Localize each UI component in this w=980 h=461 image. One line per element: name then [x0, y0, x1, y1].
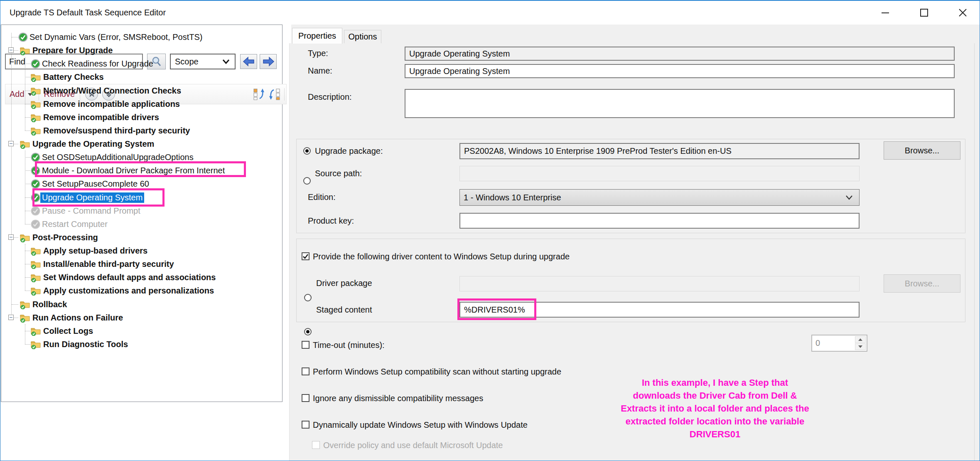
tree-item-label: Run Diagnostic Tools	[42, 339, 130, 350]
upgrade-package-label: Upgrade package:	[315, 146, 383, 156]
tree-connector	[12, 304, 18, 305]
tree-connector	[25, 64, 30, 64]
tree-connector	[25, 211, 30, 211]
find-next-button[interactable]	[260, 54, 277, 69]
tree-connector	[25, 117, 30, 118]
spin-down-icon[interactable]	[855, 343, 866, 350]
spin-up-icon[interactable]	[855, 336, 866, 343]
tree-item[interactable]: Post-Processing	[20, 231, 100, 244]
add-button-label: Add	[10, 89, 25, 99]
expand-reorder-button[interactable]	[268, 88, 281, 101]
edition-dropdown[interactable]: 1 - Windows 10 Enterprise	[459, 189, 860, 206]
tree-item[interactable]: Network/Wired Connection Checks	[31, 84, 183, 97]
tree-connector	[25, 197, 30, 198]
tree-item[interactable]: Install/enable third-party security	[31, 257, 176, 271]
upgrade-package-radio[interactable]	[303, 147, 311, 155]
tree-connector	[25, 131, 30, 131]
tree-item[interactable]: Run Diagnostic Tools	[31, 338, 130, 351]
source-path-field	[459, 166, 860, 181]
scope-dropdown[interactable]: Scope	[170, 54, 236, 69]
provide-driver-checkbox[interactable]	[302, 252, 309, 260]
expander-icon[interactable]	[8, 47, 14, 53]
tree-item-label: Apply customizations and personalization…	[42, 286, 216, 296]
browse-package-button[interactable]: Browse...	[884, 141, 960, 160]
tree-connector	[25, 170, 30, 171]
folder-icon	[20, 46, 31, 55]
close-button[interactable]	[949, 1, 976, 25]
tree-item[interactable]: Remove incompatible applications	[31, 97, 182, 111]
tree-item-label: Remove/suspend third-party security	[42, 126, 192, 136]
step-highlight-box	[32, 188, 165, 207]
tree-connector	[25, 57, 25, 131]
annotation-text: In this example, I have a Step thatdownl…	[599, 376, 831, 441]
expander-icon[interactable]	[8, 141, 14, 146]
tree-item[interactable]: Apply setup-based drivers	[31, 244, 149, 257]
folder-icon	[31, 326, 42, 336]
option-checkbox-label: Dynamically update Windows Setup with Wi…	[313, 420, 528, 430]
tree-item[interactable]: Collect Logs	[31, 324, 95, 338]
driver-package-field	[459, 276, 860, 291]
tree-connector	[25, 264, 30, 264]
toolbar-separator	[284, 88, 285, 101]
tree-item-label: Collect Logs	[42, 326, 95, 336]
browse-driver-button: Browse...	[884, 274, 960, 293]
driver-package-radio[interactable]	[304, 294, 312, 301]
tab-properties[interactable]: Properties	[292, 28, 342, 44]
tree-item[interactable]: Rollback	[20, 298, 69, 311]
scope-value: Scope	[171, 57, 220, 67]
tree-item[interactable]: Set Windows default apps and association…	[31, 271, 217, 284]
upgrade-package-field: PS2002A8, Windows 10 Enterprise 1909 Pre…	[459, 143, 860, 159]
tree-item[interactable]: Run Actions on Failure	[20, 311, 125, 324]
maximize-button[interactable]	[911, 1, 937, 25]
tree-item[interactable]: Remove/suspend third-party security	[31, 124, 192, 137]
tree-item[interactable]: Set Dynamic Vars (Error, SMSReboot, Post…	[18, 30, 204, 44]
task-sequence-editor-window: Upgrade TS Default Task Sequence Editor …	[0, 0, 980, 461]
tab-options[interactable]: Options	[344, 30, 381, 43]
source-path-radio[interactable]	[303, 177, 311, 185]
option-checkbox-label: Perform Windows Setup compatibility scan…	[313, 367, 561, 377]
tree-item[interactable]: Apply customizations and personalization…	[31, 284, 216, 297]
option-checkbox[interactable]	[302, 394, 309, 402]
option-checkbox[interactable]	[302, 341, 309, 349]
tree-item-label: Run Actions on Failure	[31, 313, 125, 323]
staged-content-radio[interactable]	[304, 328, 312, 335]
tree-item[interactable]: Check Readiness for Upgrade	[31, 57, 155, 70]
edition-label: Edition:	[308, 192, 336, 202]
find-previous-button[interactable]	[240, 54, 257, 69]
name-field[interactable]: Upgrade Operating System	[405, 64, 955, 78]
reorder-up-icon	[253, 88, 265, 101]
tree-item-label: Remove incompatible applications	[42, 99, 182, 109]
tree-connector	[25, 77, 30, 77]
maximize-icon	[917, 6, 931, 20]
tree-item-label: Post-Processing	[31, 232, 100, 243]
staged-content-highlight-box	[457, 298, 536, 320]
forward-icon	[262, 57, 275, 67]
collapse-reorder-button[interactable]	[253, 88, 265, 101]
tree-connector	[25, 91, 30, 91]
tree-connector	[12, 37, 18, 37]
tree-item[interactable]: Remove incompatible drivers	[31, 111, 161, 124]
tree-item[interactable]: Upgrade the Operating System	[20, 137, 156, 150]
product-key-field[interactable]	[459, 213, 860, 229]
tree-connector	[25, 104, 30, 104]
tree-connector	[25, 277, 30, 278]
tree-item[interactable]: Battery Checks	[31, 70, 106, 84]
folder-icon	[20, 300, 31, 309]
option-checkbox-label: Ignore any dismissible compatibility mes…	[313, 394, 483, 403]
option-checkbox[interactable]	[302, 367, 309, 375]
option-checkbox[interactable]	[302, 421, 309, 429]
description-field[interactable]	[405, 89, 955, 118]
tree-item[interactable]: Restart Computer	[31, 217, 109, 231]
tree-connector	[11, 33, 12, 318]
folder-icon	[31, 286, 42, 296]
expander-icon[interactable]	[8, 234, 14, 240]
minimize-button[interactable]	[872, 1, 899, 25]
task-sequence-tree[interactable]: Set Dynamic Vars (Error, SMSReboot, Post…	[1, 25, 282, 402]
tree-item-label: Apply setup-based drivers	[42, 246, 149, 256]
folder-icon	[31, 246, 42, 256]
tree-item[interactable]: Prepare for Upgrade	[20, 44, 114, 57]
minimize-icon	[878, 6, 892, 20]
dropdown-chevron-icon	[220, 58, 232, 65]
product-key-label: Product key:	[308, 216, 354, 226]
expander-icon[interactable]	[8, 315, 14, 320]
